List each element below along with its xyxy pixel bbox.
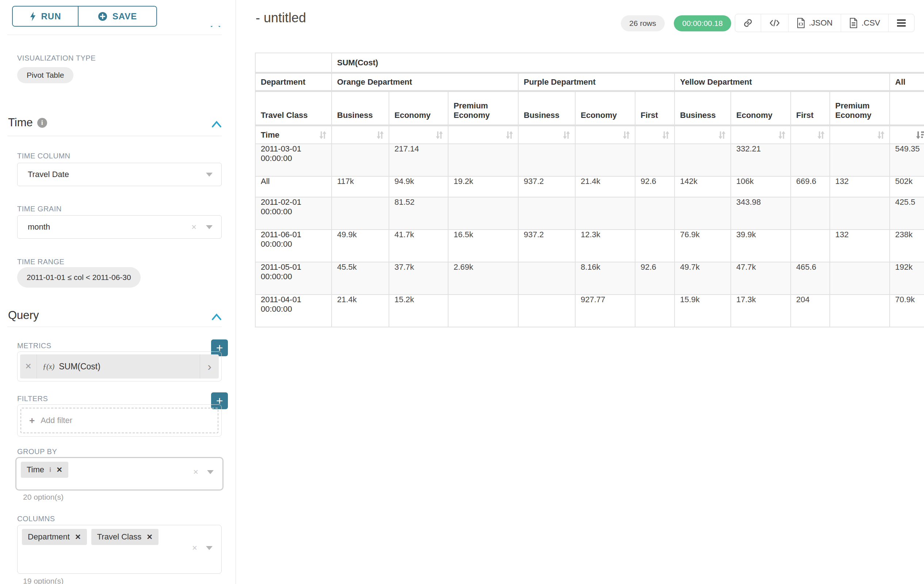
pivot-cell: [675, 197, 731, 229]
time-column-select[interactable]: Travel Date: [17, 163, 222, 186]
sort-icon: [778, 131, 786, 140]
pivot-row-label: All: [256, 177, 331, 197]
pivot-cell: 76.9k: [675, 230, 731, 262]
selected-tag[interactable]: Department✕: [22, 529, 87, 545]
export-csv-button[interactable]: .CSV: [841, 14, 888, 32]
filters-control: + Add filter: [17, 405, 222, 436]
metric-header: SUM(Cost): [332, 53, 924, 73]
time-collapse-chevron-icon[interactable]: [211, 120, 222, 128]
filters-label: FILTERS: [17, 395, 48, 403]
clear-icon[interactable]: ×: [192, 543, 197, 553]
sort-header[interactable]: [635, 126, 674, 143]
group-by-tags: Timei✕: [21, 462, 68, 478]
divider: [7, 327, 222, 327]
sort-header[interactable]: [519, 126, 575, 143]
pivot-row-label: 2011-03-01 00:00:00: [256, 144, 331, 176]
time-grain-select[interactable]: month ×: [17, 216, 222, 239]
pivot-row: 2011-05-01 00:00:0045.5k37.7k2.69k8.16k9…: [256, 262, 924, 294]
sort-icon: [718, 131, 726, 140]
metrics-control: ✕ ƒ(x)SUM(Cost) ›: [17, 352, 222, 382]
columns-select[interactable]: Department✕Travel Class✕ ×: [17, 525, 222, 574]
pivot-cell: 217.14: [389, 144, 448, 176]
sort-header[interactable]: [675, 126, 731, 143]
export-json-button[interactable]: .JSON: [788, 14, 841, 32]
sort-header[interactable]: [731, 126, 790, 143]
chevron-right-icon[interactable]: ›: [200, 354, 219, 378]
run-button[interactable]: RUN: [13, 7, 79, 26]
query-timer-badge: 00:00:00.18: [674, 15, 731, 31]
pivot-cell: [830, 295, 889, 327]
save-button[interactable]: SAVE: [79, 7, 156, 26]
chart-title[interactable]: - untitled: [256, 10, 306, 26]
query-collapse-chevron-icon[interactable]: [211, 313, 222, 321]
pivot-cell: [332, 197, 389, 229]
pivot-cell: 465.6: [791, 262, 829, 294]
pivot-cell: [830, 144, 889, 176]
travel-class-header: Business: [332, 92, 389, 125]
pivot-row: All117k94.9k19.2k937.221.4k92.6142k106k6…: [256, 177, 924, 197]
sort-header[interactable]: [332, 126, 389, 143]
sort-header[interactable]: [791, 126, 829, 143]
group-by-label: GROUP BY: [17, 447, 57, 456]
pivot-cell: 132: [830, 177, 889, 197]
clear-icon[interactable]: ×: [191, 222, 196, 232]
remove-tag-icon[interactable]: ✕: [56, 466, 63, 474]
pivot-cell: 21.4k: [576, 177, 635, 197]
pivot-cell: [830, 262, 889, 294]
pivot-cell: [635, 230, 674, 262]
sort-icon: [622, 131, 630, 140]
sort-header-time[interactable]: Time: [256, 126, 331, 143]
copy-link-button[interactable]: [735, 14, 761, 32]
pivot-cell: 47.7k: [731, 262, 790, 294]
remove-tag-icon[interactable]: ✕: [147, 533, 153, 541]
department-group-header: Orange Department: [332, 74, 518, 91]
sort-icon: [319, 131, 327, 140]
pivot-cell: 8.16k: [576, 262, 635, 294]
sort-header[interactable]: [830, 126, 889, 143]
time-grain-label: TIME GRAIN: [17, 205, 62, 213]
time-column-label: TIME COLUMN: [17, 152, 71, 160]
sort-header[interactable]: [576, 126, 635, 143]
group-by-select[interactable]: Timei✕ ×: [15, 457, 223, 490]
pivot-row-label: 2011-06-01 00:00:00: [256, 230, 331, 262]
pivot-cell: 332.21: [731, 144, 790, 176]
pivot-cell: 132: [830, 230, 889, 262]
time-section-header[interactable]: Time i: [8, 116, 47, 129]
sort-icon: [877, 131, 885, 140]
visualization-type-value[interactable]: Pivot Table: [17, 67, 73, 83]
pivot-cell: 94.9k: [389, 177, 448, 197]
pivot-cell: [519, 262, 575, 294]
sort-header[interactable]: [890, 126, 924, 143]
selected-tag[interactable]: Timei✕: [21, 462, 68, 478]
plus-icon: +: [29, 415, 35, 426]
travel-class-header: [890, 92, 924, 125]
remove-tag-icon[interactable]: ✕: [75, 533, 81, 541]
pivot-cell: 549.35: [890, 144, 924, 176]
travel-class-header: Economy: [731, 92, 790, 125]
pivot-row: 2011-04-01 00:00:0021.4k15.2k927.7715.9k…: [256, 295, 924, 327]
selected-tag[interactable]: Travel Class✕: [91, 529, 158, 545]
pivot-cell: 45.5k: [332, 262, 389, 294]
pivot-row-label: 2011-02-01 00:00:00: [256, 197, 331, 229]
pivot-cell: 17.3k: [731, 295, 790, 327]
query-section-header[interactable]: Query: [8, 309, 39, 322]
embed-code-button[interactable]: [761, 14, 788, 32]
pivot-row: 2011-06-01 00:00:0049.9k41.7k16.5k937.21…: [256, 230, 924, 262]
pivot-cell: 39.9k: [731, 230, 790, 262]
pivot-cell: 70.9k: [890, 295, 924, 327]
time-range-value[interactable]: 2011-01-01 ≤ col < 2011-06-30: [17, 267, 140, 288]
pivot-cell: 16.5k: [449, 230, 518, 262]
sort-header[interactable]: [389, 126, 448, 143]
remove-metric-icon[interactable]: ✕: [20, 354, 37, 378]
pivot-cell: 81.52: [389, 197, 448, 229]
clear-icon[interactable]: ×: [193, 467, 198, 477]
add-filter-button[interactable]: + Add filter: [20, 408, 218, 433]
pivot-cell: [576, 197, 635, 229]
plus-circle-icon: [98, 12, 107, 21]
hamburger-menu-icon: [897, 19, 906, 27]
pivot-cell: 204: [791, 295, 829, 327]
metric-item[interactable]: ✕ ƒ(x)SUM(Cost) ›: [20, 354, 219, 378]
sort-header[interactable]: [449, 126, 518, 143]
pivot-cell: [791, 197, 829, 229]
menu-button[interactable]: [888, 14, 914, 32]
